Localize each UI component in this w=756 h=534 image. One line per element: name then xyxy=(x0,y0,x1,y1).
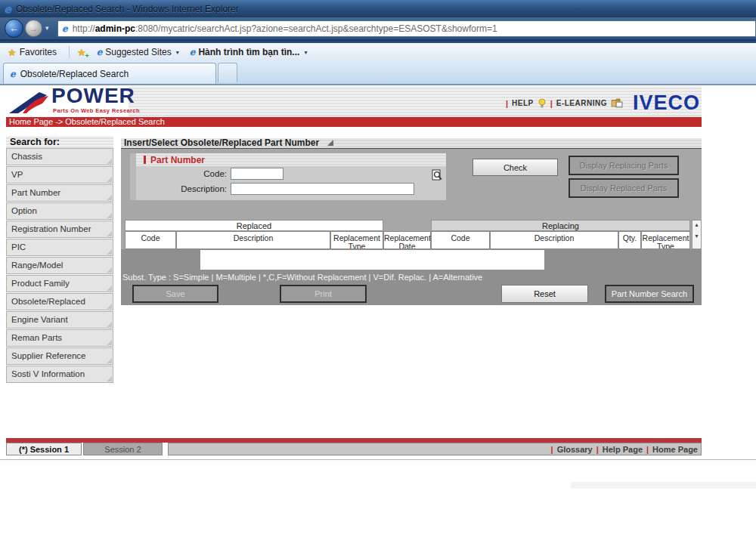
favorites-button[interactable]: ★ Favorites xyxy=(8,47,57,58)
description-label: Description: xyxy=(136,184,231,193)
sidebar-title: Search for: xyxy=(6,136,113,148)
reset-button[interactable]: Reset xyxy=(501,285,588,303)
col-replacing-code: Code xyxy=(431,231,490,249)
pinned-link-dropdown-icon: ▾ xyxy=(304,49,307,56)
history-dropdown-icon[interactable]: ▾ xyxy=(45,24,49,32)
power-logo: POWER Parts On Web Easy Research xyxy=(8,87,159,117)
search-form-panel: Part Number Code: Description: Check Dis… xyxy=(121,149,702,249)
table-scrollbar[interactable]: ▲ ▼ xyxy=(692,220,702,249)
favorites-separator xyxy=(69,46,70,58)
sidebar-item-option[interactable]: Option xyxy=(6,202,113,220)
col-replacement-date: Replacement Date xyxy=(383,231,431,249)
home-page-link[interactable]: Home Page xyxy=(652,445,698,454)
browser-window: e Obsolete/Replaced Search - Windows Int… xyxy=(0,0,756,534)
sidebar-item-reman-parts[interactable]: Reman Parts xyxy=(6,329,113,347)
forward-arrow-icon: → xyxy=(29,23,39,34)
tab-session-1[interactable]: (*) Session 1 xyxy=(6,443,82,455)
separator: | xyxy=(506,99,508,108)
back-button[interactable]: ← xyxy=(5,19,23,38)
tab-session-2[interactable]: Session 2 xyxy=(83,443,163,455)
sidebar-item-part-number[interactable]: Part Number xyxy=(6,184,113,202)
collapse-triangle-icon[interactable] xyxy=(327,140,333,146)
display-replaced-parts-button[interactable]: Display Replaced Parts xyxy=(569,178,679,198)
masthead-links: | HELP | E-LEARNING IVECO xyxy=(506,93,700,113)
forward-button[interactable]: → xyxy=(25,20,42,37)
new-tab-stub[interactable] xyxy=(218,63,237,82)
logo-title: POWER xyxy=(51,84,135,108)
search-sidebar: Search for: Chassis VP Part Number Optio… xyxy=(6,136,113,384)
window-title: Obsolete/Replaced Search - Windows Inter… xyxy=(16,4,239,14)
suggested-sites-dropdown-icon: ▾ xyxy=(176,49,179,56)
help-page-link[interactable]: Help Page xyxy=(603,445,643,454)
red-accent-bar xyxy=(144,156,146,164)
scroll-down-icon[interactable]: ▼ xyxy=(692,233,701,239)
help-bulb-icon xyxy=(538,98,547,109)
faint-strip xyxy=(571,482,756,489)
glossary-link[interactable]: Glossary xyxy=(557,445,593,454)
col-replacing-description: Description xyxy=(490,231,618,249)
section-title: Insert/Select Obsolete/Replaced Part Num… xyxy=(121,138,702,149)
separator: | xyxy=(596,445,599,454)
col-replacing-replacement-type: Replacement Type xyxy=(641,231,690,249)
navigation-bar: ← → ▾ e http://admin-pc:8080/mycatric/se… xyxy=(0,17,756,39)
suggested-sites-icon: e xyxy=(97,47,103,57)
add-plus-icon: + xyxy=(85,52,88,60)
favorites-star-icon: ★ xyxy=(8,47,17,58)
footer-divider xyxy=(0,459,756,460)
code-input[interactable] xyxy=(231,168,284,180)
sidebar-item-pic[interactable]: PIC xyxy=(6,239,113,256)
part-number-panel: Part Number Code: Description: xyxy=(130,153,446,200)
sidebar-item-product-family[interactable]: Product Family xyxy=(6,275,113,292)
page-content: POWER Parts On Web Easy Research | HELP … xyxy=(0,85,756,534)
help-link[interactable]: HELP xyxy=(512,99,534,107)
col-replaced-description: Description xyxy=(176,231,330,249)
pinned-link-icon: e xyxy=(190,47,196,57)
print-button[interactable]: Print xyxy=(280,285,367,303)
scroll-up-icon[interactable]: ▲ xyxy=(692,222,701,227)
part-lookup-icon[interactable] xyxy=(431,169,443,181)
sidebar-item-vp[interactable]: VP xyxy=(6,166,113,184)
suggested-sites-button[interactable]: e Suggested Sites ▾ xyxy=(97,47,179,57)
actions-panel: Subst. Type : S=Simple | M=Multiple | *,… xyxy=(121,249,702,305)
breadcrumb: Home Page -> Obsolete/Replaced Search xyxy=(6,117,702,127)
sidebar-item-chassis[interactable]: Chassis xyxy=(6,148,113,165)
save-button[interactable]: Save xyxy=(132,285,218,303)
tab-bar: e Obsolete/Replaced Search xyxy=(0,61,756,84)
part-number-title: Part Number xyxy=(150,155,205,165)
sidebar-item-sosti-v-information[interactable]: Sosti V Information xyxy=(6,366,113,383)
tab-obsolete-replaced-search[interactable]: e Obsolete/Replaced Search xyxy=(3,63,216,84)
check-button[interactable]: Check xyxy=(472,159,558,176)
pinned-link-button[interactable]: e Hành trình tìm bạn tìn... ▾ xyxy=(190,47,308,57)
separator: | xyxy=(550,99,553,108)
sidebar-item-engine-variant[interactable]: Engine Variant xyxy=(6,311,113,329)
tab-favicon: e xyxy=(10,69,16,79)
elearning-link[interactable]: E-LEARNING xyxy=(556,99,607,107)
pinned-link-label: Hành trình tìm bạn tìn... xyxy=(198,47,299,57)
url-host: admin-pc xyxy=(95,23,135,34)
logo-tagline: Parts On Web Easy Research xyxy=(53,107,140,114)
suggested-sites-label: Suggested Sites xyxy=(105,47,171,57)
description-input[interactable] xyxy=(231,183,414,195)
description-row: Description: xyxy=(136,181,446,196)
col-replacement-type: Replacement Type xyxy=(330,231,383,249)
display-replacing-parts-button[interactable]: Display Replacing Parts xyxy=(569,156,679,175)
section-title-text: Insert/Select Obsolete/Replaced Part Num… xyxy=(124,137,319,148)
add-favorite-button[interactable]: ★ + xyxy=(77,47,86,58)
address-bar[interactable]: e http://admin-pc:8080/mycatric/searchAc… xyxy=(57,20,756,37)
sidebar-item-range-model[interactable]: Range/Model xyxy=(6,257,113,274)
elearning-folder-icon xyxy=(611,98,623,108)
page-icon: e xyxy=(62,23,68,34)
tab-title: Obsolete/Replaced Search xyxy=(20,69,129,79)
col-replaced-code: Code xyxy=(125,231,176,249)
url-text: http://admin-pc:8080/mycatric/searchAct.… xyxy=(73,23,497,34)
part-number-header: Part Number xyxy=(136,153,446,166)
sidebar-item-registration-number[interactable]: Registration Number xyxy=(6,221,113,238)
sidebar-item-obsolete-replaced[interactable]: Obsolete/Replaced xyxy=(6,293,113,310)
code-label: Code: xyxy=(136,169,231,178)
sidebar-item-supplier-reference[interactable]: Supplier Reference xyxy=(6,347,113,365)
iveco-logo: IVECO xyxy=(633,93,700,113)
url-path: :8080/mycatric/searchAct.jsp?azione=sear… xyxy=(135,23,497,34)
code-row: Code: xyxy=(136,166,446,181)
substitution-legend: Subst. Type : S=Simple | M=Multiple | *,… xyxy=(122,273,482,282)
part-number-search-button[interactable]: Part Number Search xyxy=(605,285,694,303)
